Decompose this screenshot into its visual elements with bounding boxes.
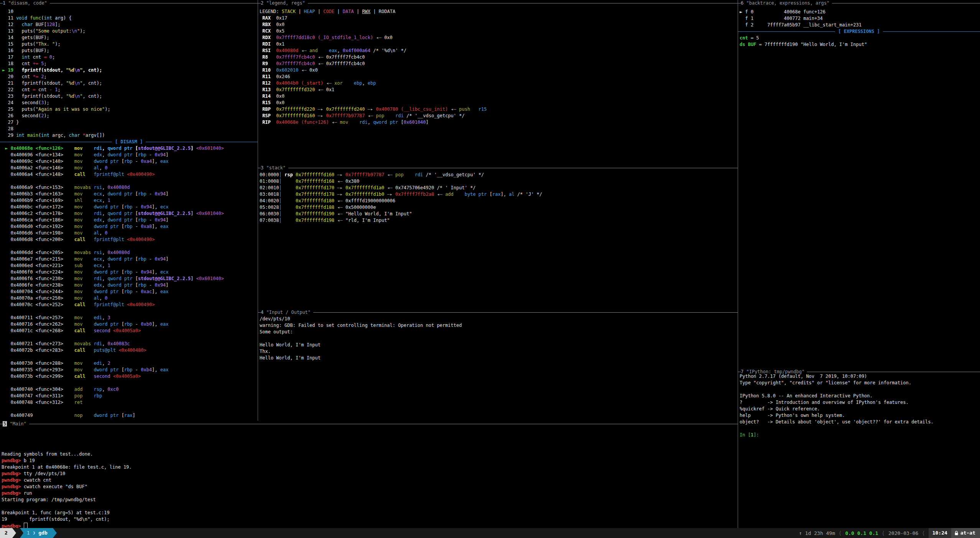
terminal-row: [2, 380, 224, 386]
terminal-row: 00:0000│ rsp 0x7fffffffd160 —▸ 0x7ffff7b…: [260, 172, 542, 178]
terminal-row: 27 }: [2, 119, 110, 126]
terminal-row: RIP 0x40068e (func+126) ◂— mov rdi, qwor…: [260, 119, 487, 126]
pane-title-label: "Input / Output": [266, 310, 311, 315]
hostname-label: at-at: [960, 528, 975, 538]
terminal-row: R9 0x7ffff7fcb4c0 ◂— 0x7ffff7fcb4c0: [260, 61, 487, 67]
terminal-row: [2, 354, 224, 360]
window-index: 1: [27, 528, 30, 538]
terminal-row: pwndbg> cwatch cnt: [2, 477, 132, 484]
terminal-row: R12 0x4004b0 (_start) ◂— xor ebp, ebp: [260, 80, 487, 87]
terminal-row: [2, 334, 224, 341]
terminal-row: Hello World, I'm Input: [260, 342, 462, 348]
terminal-row: [740, 386, 934, 393]
angle-separator-icon: ⟨: [839, 530, 842, 536]
terminal-row: ? -> Introduction and overview of IPytho…: [740, 399, 934, 406]
terminal-row: help -> Python's own help system.: [740, 412, 934, 419]
terminal-row: pwndbg> tty /dev/pts/10: [2, 471, 132, 477]
terminal-row: RBX 0x0: [260, 21, 487, 28]
program-io-output: /dev/pts/10warning: GDB: Failed to set c…: [260, 316, 462, 361]
terminal-row: Some output:: [260, 329, 462, 335]
pane-divider-vertical-right[interactable]: [738, 0, 738, 528]
terminal-row: 20 cnt *= 2;: [2, 74, 110, 80]
lock-icon: [954, 530, 959, 536]
terminal-row: 01:0008│ 0x7fffffffd168 ◂— 0x380: [260, 178, 542, 185]
source-listing: 10 11 void func(int arg) { 12 char BUF[1…: [2, 8, 110, 139]
terminal-row: 0x400716 <func+262> mov dword ptr [rbp -…: [2, 321, 224, 328]
terminal-row: LEGEND: STACK | HEAP | CODE | DATA | RWX…: [260, 8, 487, 15]
terminal-row: 22 cnt = cnt - 1;: [2, 87, 110, 93]
expressions-section-divider: [ EXPRESSIONS ]: [738, 28, 980, 35]
terminal-row: 12 char BUF[128];: [2, 21, 110, 28]
pane-title-main: 5 "Main": [0, 421, 738, 427]
terminal-row: 0x4006a9 <func+153> movabs rsi, 0x40080d: [2, 184, 224, 191]
terminal-row: [2, 406, 224, 412]
hostname-badge: at-at: [951, 528, 980, 538]
pane-title-label: "disasm, code": [8, 0, 47, 6]
terminal-row: RBP 0x7fffffffd220 —▸ 0x7fffffffd240 —▸ …: [260, 106, 487, 113]
terminal-row: %quickref -> Quick reference.: [740, 406, 934, 412]
terminal-row: pwndbg> run: [2, 490, 132, 497]
terminal-row: 0x400748 <func+312> ret: [2, 399, 224, 406]
disasm-section-label: [ DISASM ]: [112, 139, 146, 145]
pane-number: 6: [741, 0, 743, 6]
pane-number: 3: [261, 165, 263, 171]
terminal-row: RCX 0x5: [260, 28, 487, 34]
terminal-row: 0x400740 <func+304> add rsp, 0xc0: [2, 386, 224, 393]
status-clock: 10:24: [929, 528, 951, 538]
angle-separator-icon: ⟨: [882, 530, 885, 536]
pane-title-input-output: 4 "Input / Output": [258, 309, 738, 316]
terminal-row: [2, 178, 224, 184]
ipython-console-output[interactable]: Python 2.7.17 (default, Nov 7 2019, 10:0…: [740, 373, 934, 438]
terminal-row: 0x40071c <func+268> call second <0x4005a…: [2, 328, 224, 334]
terminal-row: R10 0x602010 ◂— 0x0: [260, 67, 487, 74]
terminal-row: 24 second(3);: [2, 100, 110, 106]
gdb-console-output[interactable]: Reading symbols from test...done.pwndbg>…: [2, 451, 132, 529]
terminal-row: IPython 5.8.0 -- An enhanced Interactive…: [740, 393, 934, 399]
terminal-row: object? -> Details about 'object', use '…: [740, 419, 934, 425]
terminal-row: 0x4006fe <func+238> mov edx, dword ptr […: [2, 282, 224, 289]
window-tab-gdb[interactable]: 1 ❯ gdb: [20, 528, 53, 538]
terminal-row: 0x40073b <func+299> call second <0x4005a…: [2, 373, 224, 380]
uptime-value: 1d 23h 49m: [805, 530, 835, 536]
stack-listing: 00:0000│ rsp 0x7fffffffd160 —▸ 0x7ffff7b…: [260, 172, 542, 224]
terminal-row: 21 fprintf(stdout, "%d\n", cnt);: [2, 80, 110, 87]
terminal-row: 02:0010│ 0x7fffffffd170 —▸ 0x7fffffffd1a…: [260, 185, 542, 191]
session-badge[interactable]: 2: [0, 528, 12, 538]
terminal-row: 04:0020│ 0x7fffffffd180 ◂— 0xffffd190000…: [260, 198, 542, 204]
terminal-row: 11 void func(int arg) {: [2, 15, 110, 21]
terminal-row: RSP 0x7fffffffd160 —▸ 0x7ffff7b97787 ◂— …: [260, 113, 487, 119]
pane-number: 4: [261, 310, 263, 315]
terminal-row: RSI 0x40080d ◂— and eax, 0x4f000a64 /* '…: [260, 48, 487, 54]
status-right: ↑ 1d 23h 49m ⟨ 0.0 0.1 0.1 ⟨ 2020-03-06 …: [799, 528, 980, 538]
terminal-row: Starting program: /tmp/pwndbg/test: [2, 497, 132, 503]
terminal-row: 14 gets(BUF);: [2, 34, 110, 41]
terminal-row: [2, 243, 224, 249]
terminal-row: 0x4006e7 <func+215> mov ecx, dword ptr […: [2, 256, 224, 262]
terminal-row: f 1 400772 main+34: [740, 15, 862, 22]
terminal-row: 16 puts(BUF);: [2, 48, 110, 54]
terminal-row: cnt = 5: [740, 35, 867, 41]
terminal-row: 06:0030│ 0x7fffffffd190 ◂— "Hello World,…: [260, 211, 542, 217]
chevron-right-icon: ❯: [33, 528, 36, 538]
terminal-row: 0x4006dd <func+205> movabs rsi, 0x40080d: [2, 249, 224, 256]
pwndbg-tmux-screen: { "panes": { "disasm": { "title_num": "1…: [0, 0, 980, 538]
backtrace-frames: ► f 0 40068e func+126 f 1 400772 main+34…: [740, 9, 862, 28]
terminal-row: 29 int main(int argc, char *argv[]): [2, 132, 110, 139]
status-left: 2 1 ❯ gdb: [0, 528, 57, 538]
terminal-row: 0x400749 nop dword ptr [rax]: [2, 412, 224, 419]
pane-divider-vertical-left[interactable]: [258, 0, 258, 421]
powerline-arrow-icon: [12, 528, 16, 538]
terminal-row: 05:0028│ 0x7fffffffd188 ◂— 0x50000000e: [260, 204, 542, 211]
terminal-row: Type "copyright", "credits" or "license"…: [740, 380, 934, 386]
terminal-row: ► 19 fprintf(stdout, "%d\n", cnt);: [2, 67, 110, 74]
pane-title-backtrace: 6 "backtrace, expressions, args": [738, 0, 980, 7]
disasm-section-divider: [ DISASM ]: [0, 139, 258, 145]
pane-title-label: "stack": [266, 165, 286, 171]
terminal-row: 07:0038│ 0x7fffffffd198 ◂— "rld, I'm Inp…: [260, 217, 542, 224]
watch-expressions: cnt = 5ds BUF = 7fffffffd190 "Hello Worl…: [740, 35, 867, 48]
terminal-row: 18 cnt += 5;: [2, 61, 110, 67]
terminal-row: 26 second(2);: [2, 113, 110, 119]
pane-title-label: "backtrace, expressions, args": [746, 0, 829, 6]
terminal-row: /dev/pts/10: [260, 316, 462, 322]
terminal-row: pwndbg> cwatch execute "ds BUF": [2, 484, 132, 490]
